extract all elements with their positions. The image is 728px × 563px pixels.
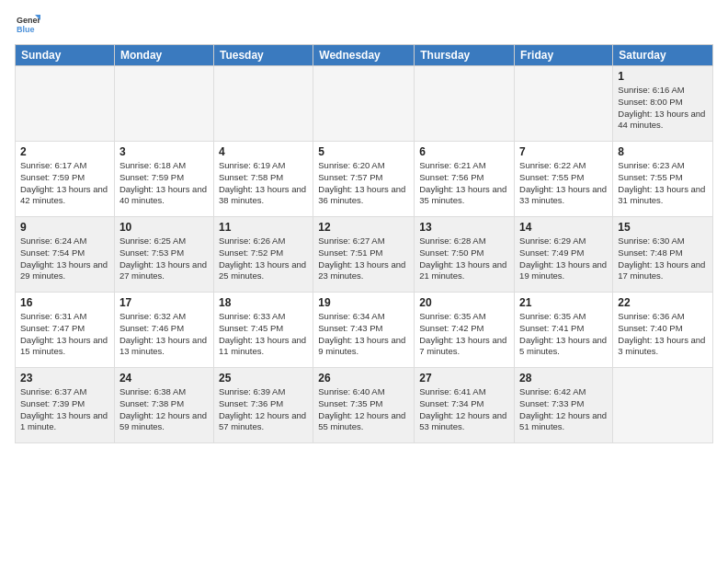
svg-text:Blue: Blue — [17, 25, 35, 34]
calendar-day-cell: 22Sunrise: 6:36 AM Sunset: 7:40 PM Dayli… — [613, 293, 713, 368]
day-info: Sunrise: 6:33 AM Sunset: 7:45 PM Dayligh… — [219, 311, 308, 358]
calendar-day-cell: 19Sunrise: 6:34 AM Sunset: 7:43 PM Dayli… — [313, 293, 415, 368]
day-info: Sunrise: 6:28 AM Sunset: 7:50 PM Dayligh… — [419, 236, 509, 282]
day-number: 11 — [219, 221, 308, 234]
svg-text:General: General — [17, 16, 40, 25]
day-number: 18 — [219, 296, 308, 309]
day-info: Sunrise: 6:32 AM Sunset: 7:46 PM Dayligh… — [119, 311, 209, 358]
weekday-header-tuesday: Tuesday — [213, 45, 313, 66]
day-number: 17 — [119, 296, 209, 309]
day-info: Sunrise: 6:19 AM Sunset: 7:58 PM Dayligh… — [219, 160, 308, 207]
weekday-header-wednesday: Wednesday — [313, 45, 415, 66]
day-number: 7 — [519, 145, 608, 158]
day-info: Sunrise: 6:22 AM Sunset: 7:55 PM Dayligh… — [519, 160, 608, 207]
calendar-day-cell: 6Sunrise: 6:21 AM Sunset: 7:56 PM Daylig… — [415, 142, 515, 217]
calendar-page: General Blue SundayMondayTuesdayWednesda… — [0, 0, 728, 563]
weekday-header-friday: Friday — [515, 45, 613, 66]
day-info: Sunrise: 6:40 AM Sunset: 7:35 PM Dayligh… — [318, 386, 409, 433]
day-info: Sunrise: 6:36 AM Sunset: 7:40 PM Dayligh… — [618, 311, 708, 358]
day-number: 27 — [419, 372, 509, 385]
day-number: 1 — [618, 70, 708, 83]
calendar-table: SundayMondayTuesdayWednesdayThursdayFrid… — [15, 44, 713, 443]
calendar-day-cell: 10Sunrise: 6:25 AM Sunset: 7:53 PM Dayli… — [114, 217, 213, 293]
header: General Blue — [15, 11, 713, 37]
calendar-day-cell: 3Sunrise: 6:18 AM Sunset: 7:59 PM Daylig… — [114, 142, 213, 217]
calendar-day-cell — [515, 66, 613, 142]
calendar-day-cell: 16Sunrise: 6:31 AM Sunset: 7:47 PM Dayli… — [16, 293, 115, 368]
weekday-header-saturday: Saturday — [613, 45, 713, 66]
calendar-week-row: 16Sunrise: 6:31 AM Sunset: 7:47 PM Dayli… — [16, 293, 713, 368]
calendar-day-cell: 5Sunrise: 6:20 AM Sunset: 7:57 PM Daylig… — [313, 142, 415, 217]
calendar-day-cell: 9Sunrise: 6:24 AM Sunset: 7:54 PM Daylig… — [16, 217, 115, 293]
day-number: 5 — [318, 145, 409, 158]
day-number: 21 — [519, 296, 608, 309]
weekday-header-thursday: Thursday — [415, 45, 515, 66]
day-number: 24 — [119, 372, 209, 385]
calendar-day-cell: 21Sunrise: 6:35 AM Sunset: 7:41 PM Dayli… — [515, 293, 613, 368]
day-number: 14 — [519, 221, 608, 234]
calendar-day-cell: 14Sunrise: 6:29 AM Sunset: 7:49 PM Dayli… — [515, 217, 613, 293]
day-info: Sunrise: 6:29 AM Sunset: 7:49 PM Dayligh… — [519, 236, 608, 282]
day-number: 16 — [20, 296, 109, 309]
weekday-header-sunday: Sunday — [16, 45, 115, 66]
calendar-day-cell: 2Sunrise: 6:17 AM Sunset: 7:59 PM Daylig… — [16, 142, 115, 217]
calendar-header-row: SundayMondayTuesdayWednesdayThursdayFrid… — [16, 45, 713, 66]
day-info: Sunrise: 6:25 AM Sunset: 7:53 PM Dayligh… — [119, 236, 209, 282]
calendar-day-cell: 13Sunrise: 6:28 AM Sunset: 7:50 PM Dayli… — [415, 217, 515, 293]
calendar-day-cell — [16, 66, 115, 142]
calendar-day-cell — [613, 368, 713, 443]
calendar-day-cell: 27Sunrise: 6:41 AM Sunset: 7:34 PM Dayli… — [415, 368, 515, 443]
day-number: 26 — [318, 372, 409, 385]
calendar-day-cell: 28Sunrise: 6:42 AM Sunset: 7:33 PM Dayli… — [515, 368, 613, 443]
day-number: 23 — [20, 372, 109, 385]
calendar-day-cell: 23Sunrise: 6:37 AM Sunset: 7:39 PM Dayli… — [16, 368, 115, 443]
day-info: Sunrise: 6:38 AM Sunset: 7:38 PM Dayligh… — [119, 386, 209, 433]
day-number: 3 — [119, 145, 209, 158]
calendar-day-cell — [415, 66, 515, 142]
day-info: Sunrise: 6:39 AM Sunset: 7:36 PM Dayligh… — [219, 386, 308, 433]
calendar-day-cell: 11Sunrise: 6:26 AM Sunset: 7:52 PM Dayli… — [213, 217, 313, 293]
day-number: 10 — [119, 221, 209, 234]
calendar-day-cell — [114, 66, 213, 142]
day-number: 9 — [20, 221, 109, 234]
calendar-day-cell: 18Sunrise: 6:33 AM Sunset: 7:45 PM Dayli… — [213, 293, 313, 368]
day-info: Sunrise: 6:23 AM Sunset: 7:55 PM Dayligh… — [618, 160, 708, 207]
calendar-day-cell: 26Sunrise: 6:40 AM Sunset: 7:35 PM Dayli… — [313, 368, 415, 443]
day-info: Sunrise: 6:21 AM Sunset: 7:56 PM Dayligh… — [419, 160, 509, 207]
calendar-day-cell — [313, 66, 415, 142]
calendar-day-cell: 25Sunrise: 6:39 AM Sunset: 7:36 PM Dayli… — [213, 368, 313, 443]
calendar-day-cell: 8Sunrise: 6:23 AM Sunset: 7:55 PM Daylig… — [613, 142, 713, 217]
day-number: 8 — [618, 145, 708, 158]
day-number: 4 — [219, 145, 308, 158]
calendar-day-cell: 20Sunrise: 6:35 AM Sunset: 7:42 PM Dayli… — [415, 293, 515, 368]
day-number: 6 — [419, 145, 509, 158]
day-info: Sunrise: 6:31 AM Sunset: 7:47 PM Dayligh… — [20, 311, 109, 358]
calendar-week-row: 1Sunrise: 6:16 AM Sunset: 8:00 PM Daylig… — [16, 66, 713, 142]
calendar-day-cell: 12Sunrise: 6:27 AM Sunset: 7:51 PM Dayli… — [313, 217, 415, 293]
day-info: Sunrise: 6:16 AM Sunset: 8:00 PM Dayligh… — [618, 85, 708, 132]
day-info: Sunrise: 6:18 AM Sunset: 7:59 PM Dayligh… — [119, 160, 209, 207]
calendar-week-row: 2Sunrise: 6:17 AM Sunset: 7:59 PM Daylig… — [16, 142, 713, 217]
day-info: Sunrise: 6:30 AM Sunset: 7:48 PM Dayligh… — [618, 236, 708, 282]
logo-icon: General Blue — [15, 11, 40, 37]
day-number: 20 — [419, 296, 509, 309]
day-number: 12 — [318, 221, 409, 234]
calendar-day-cell: 24Sunrise: 6:38 AM Sunset: 7:38 PM Dayli… — [114, 368, 213, 443]
day-number: 25 — [219, 372, 308, 385]
day-number: 22 — [618, 296, 708, 309]
day-info: Sunrise: 6:24 AM Sunset: 7:54 PM Dayligh… — [20, 236, 109, 282]
calendar-day-cell: 7Sunrise: 6:22 AM Sunset: 7:55 PM Daylig… — [515, 142, 613, 217]
calendar-week-row: 23Sunrise: 6:37 AM Sunset: 7:39 PM Dayli… — [16, 368, 713, 443]
day-info: Sunrise: 6:41 AM Sunset: 7:34 PM Dayligh… — [419, 386, 509, 433]
day-info: Sunrise: 6:27 AM Sunset: 7:51 PM Dayligh… — [318, 236, 409, 282]
day-info: Sunrise: 6:17 AM Sunset: 7:59 PM Dayligh… — [20, 160, 109, 207]
calendar-week-row: 9Sunrise: 6:24 AM Sunset: 7:54 PM Daylig… — [16, 217, 713, 293]
calendar-day-cell: 15Sunrise: 6:30 AM Sunset: 7:48 PM Dayli… — [613, 217, 713, 293]
day-info: Sunrise: 6:20 AM Sunset: 7:57 PM Dayligh… — [318, 160, 409, 207]
day-info: Sunrise: 6:35 AM Sunset: 7:41 PM Dayligh… — [519, 311, 608, 358]
day-info: Sunrise: 6:26 AM Sunset: 7:52 PM Dayligh… — [219, 236, 308, 282]
day-number: 19 — [318, 296, 409, 309]
day-info: Sunrise: 6:42 AM Sunset: 7:33 PM Dayligh… — [519, 386, 608, 433]
calendar-day-cell: 1Sunrise: 6:16 AM Sunset: 8:00 PM Daylig… — [613, 66, 713, 142]
calendar-day-cell: 17Sunrise: 6:32 AM Sunset: 7:46 PM Dayli… — [114, 293, 213, 368]
